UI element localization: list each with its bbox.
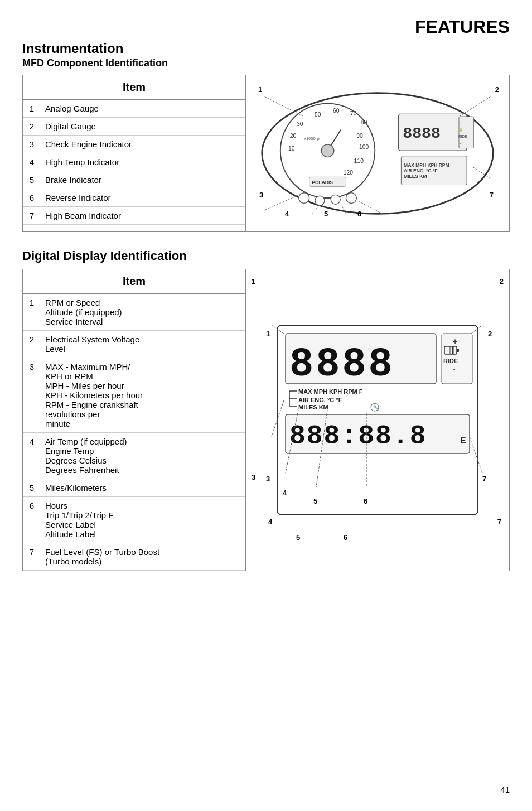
- dd-callout-1: 1: [252, 277, 255, 286]
- svg-line-37: [341, 204, 346, 214]
- svg-text:120: 120: [344, 170, 354, 176]
- svg-text:110: 110: [354, 158, 364, 164]
- svg-line-35: [265, 193, 304, 210]
- mfd-gauge-svg: 50 60 70 80 30 20 10 90 100 110 120: [252, 81, 504, 226]
- page-title: FEATURES: [22, 17, 510, 37]
- table-row: 1 Analog Gauge: [23, 100, 245, 118]
- row-num: 7: [23, 207, 41, 225]
- svg-text:MAX MPH KPH RPM F: MAX MPH KPH RPM F: [298, 388, 363, 395]
- svg-point-0: [262, 93, 493, 214]
- svg-text:7: 7: [482, 475, 486, 483]
- table-row: 3 Check Engine Indicator: [23, 136, 245, 153]
- svg-text:888:88.8: 888:88.8: [289, 421, 427, 451]
- row-num: 2: [23, 331, 41, 358]
- svg-text:+: +: [460, 120, 462, 125]
- dd-callout-5: 5: [296, 533, 300, 542]
- instrumentation-title: Instrumentation: [22, 41, 510, 56]
- row-label: High Beam Indicator: [41, 207, 245, 225]
- svg-point-20: [331, 195, 340, 204]
- mfd-diagram: 1 2 3 4 5 6 7 50 60 70 80 30: [252, 81, 504, 226]
- table-row: 4 Air Temp (if equipped) Engine Temp Deg…: [23, 433, 245, 479]
- svg-text:x1000rpm: x1000rpm: [304, 136, 322, 141]
- dd-table-header: Item: [23, 269, 245, 294]
- svg-line-38: [359, 202, 383, 214]
- row-num: 1: [23, 100, 41, 118]
- mfd-item-table: Item 1 Analog Gauge 2 Digital Gauge 3 Ch…: [23, 75, 246, 231]
- table-row: 7 Fuel Level (FS) or Turbo Boost (Turbo …: [23, 543, 245, 571]
- svg-text:🔋: 🔋: [458, 127, 463, 132]
- row-label: Hours Trip 1/Trip 2/Trip F Service Label…: [41, 497, 245, 543]
- row-num: 1: [23, 294, 41, 331]
- svg-text:70: 70: [350, 110, 357, 117]
- row-num: 6: [23, 189, 41, 207]
- digital-display-section: Digital Display Identification Item 1 RP…: [22, 249, 510, 571]
- svg-text:RIDE: RIDE: [443, 358, 458, 364]
- svg-text:80: 80: [361, 119, 367, 125]
- dd-display-svg: 8888 + RIDE - MAX MPH: [252, 308, 504, 532]
- row-num: 5: [23, 171, 41, 189]
- table-row: 6 Reverse Indicator: [23, 189, 245, 207]
- digital-display-title: Digital Display Identification: [22, 249, 510, 263]
- svg-text:30: 30: [297, 121, 303, 127]
- svg-text:RIDE: RIDE: [458, 134, 467, 138]
- row-label: Brake Indicator: [41, 171, 245, 189]
- row-label: Reverse Indicator: [41, 189, 245, 207]
- svg-point-19: [315, 196, 325, 205]
- table-row: 4 High Temp Indicator: [23, 153, 245, 171]
- dd-table-diagram: Item 1 RPM or Speed Altitude (if equippe…: [22, 269, 510, 571]
- table-row: 5 Miles/Kilometers: [23, 479, 245, 497]
- row-label: RPM or Speed Altitude (if equipped) Serv…: [41, 294, 245, 331]
- svg-line-70: [470, 437, 482, 473]
- svg-text:🔧: 🔧: [373, 404, 380, 411]
- svg-text:AIR  ENG. °C  °F: AIR ENG. °C °F: [298, 397, 342, 403]
- svg-text:2: 2: [488, 330, 492, 338]
- row-num: 4: [23, 153, 41, 171]
- svg-text:E: E: [460, 436, 466, 445]
- svg-text:-: -: [453, 365, 456, 374]
- callout-7: 7: [490, 191, 494, 199]
- page-number: 41: [500, 785, 510, 794]
- callout-2: 2: [495, 85, 499, 94]
- svg-rect-46: [457, 349, 459, 352]
- dd-item-table: Item 1 RPM or Speed Altitude (if equippe…: [23, 269, 246, 571]
- svg-text:MILES KM: MILES KM: [404, 173, 427, 179]
- svg-text:90: 90: [356, 133, 363, 139]
- row-num: 2: [23, 118, 41, 136]
- svg-text:POLARIS: POLARIS: [312, 180, 333, 185]
- callout-6: 6: [357, 210, 361, 218]
- svg-text:+: +: [453, 337, 457, 346]
- dd-callout-4: 4: [268, 518, 272, 526]
- dd-callout-6: 6: [344, 533, 347, 542]
- row-label: Check Engine Indicator: [41, 136, 245, 153]
- table-row: 2 Digital Gauge: [23, 118, 245, 136]
- row-num: 7: [23, 543, 41, 571]
- svg-point-14: [321, 144, 334, 157]
- svg-text:5: 5: [313, 497, 317, 505]
- row-num: 6: [23, 497, 41, 543]
- dd-callout-3: 3: [252, 473, 255, 481]
- row-label: Analog Gauge: [41, 100, 245, 118]
- table-row: 2 Electrical System Voltage Level: [23, 331, 245, 358]
- row-label: Miles/Kilometers: [41, 479, 245, 497]
- row-num: 3: [23, 136, 41, 153]
- svg-text:MAX MPH KPH RPM: MAX MPH KPH RPM: [404, 162, 449, 168]
- row-label: Fuel Level (FS) or Turbo Boost (Turbo mo…: [41, 543, 245, 571]
- svg-text:50: 50: [315, 112, 321, 118]
- mfd-table-header: Item: [23, 75, 245, 100]
- row-label: Air Temp (if equipped) Engine Temp Degre…: [41, 433, 245, 479]
- row-num: 3: [23, 358, 41, 433]
- table-row: 6 Hours Trip 1/Trip 2/Trip F Service Lab…: [23, 497, 245, 543]
- instrumentation-subtitle: MFD Component Identification: [22, 57, 510, 69]
- row-label: MAX - Maximum MPH/ KPH or RPM MPH - Mile…: [41, 358, 245, 433]
- svg-text:6: 6: [364, 497, 367, 505]
- dd-callout-7: 7: [497, 518, 501, 526]
- svg-text:60: 60: [333, 108, 340, 114]
- callout-1: 1: [258, 85, 262, 94]
- svg-text:MILES KM: MILES KM: [298, 404, 328, 411]
- row-label: Digital Gauge: [41, 118, 245, 136]
- row-label: High Temp Indicator: [41, 153, 245, 171]
- instrumentation-section: Instrumentation MFD Component Identifica…: [22, 41, 510, 232]
- callout-4: 4: [285, 210, 289, 218]
- svg-text:4: 4: [283, 489, 287, 497]
- svg-text:20: 20: [290, 133, 297, 139]
